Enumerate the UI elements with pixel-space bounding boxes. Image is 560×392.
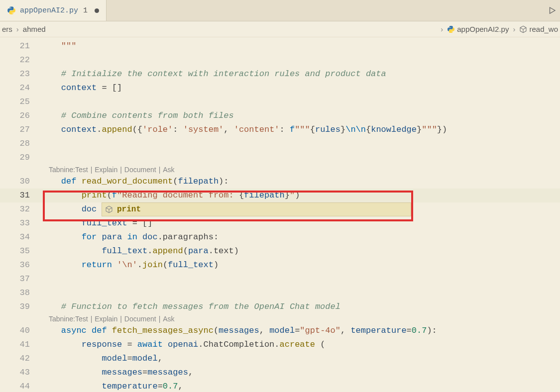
codelens-action[interactable]: Document	[124, 314, 156, 324]
line-number: 28	[0, 137, 41, 151]
line-number: 34	[0, 230, 41, 244]
code-line[interactable]: 31 print(f"Reading document from: {filep…	[0, 189, 560, 202]
codelens-action[interactable]: Ask	[163, 314, 174, 324]
line-number: 26	[0, 109, 41, 123]
code-line[interactable]: 26 # Combine contents from both files	[0, 109, 560, 123]
tab-filename: appOpenAI2.py	[20, 6, 78, 15]
code-line[interactable]: 27 context.append({'role': 'system', 'co…	[0, 123, 560, 137]
code-line[interactable]: 33 full_text = []	[0, 216, 560, 230]
line-number: 37	[0, 272, 41, 286]
line-number: 23	[0, 67, 41, 81]
line-number: 31	[0, 189, 41, 202]
chevron-right-icon: ›	[439, 25, 445, 33]
code-content[interactable]: def read_word_document(filepath):	[41, 175, 229, 189]
code-content[interactable]: context = []	[41, 81, 122, 95]
code-line[interactable]: 36 return '\n'.join(full_text)	[0, 258, 560, 272]
symbol-icon	[105, 205, 113, 213]
codelens-action[interactable]: Test	[75, 165, 88, 175]
breadcrumb-path[interactable]: ers › ahmed	[2, 25, 46, 33]
code-editor[interactable]: 21 """2223 # Initialize the context with…	[0, 37, 560, 392]
code-line[interactable]: 24 context = []	[0, 81, 560, 95]
tab-bar: appOpenAI2.py 1	[0, 0, 560, 21]
line-number: 21	[0, 39, 41, 53]
python-icon	[7, 6, 16, 15]
autocomplete-popup[interactable]: print	[102, 202, 411, 216]
codelens-actions[interactable]: Tabnine: Test|Explain|Document|Ask	[41, 314, 175, 324]
suggestion-label[interactable]: print	[117, 205, 141, 214]
breadcrumb-symbol[interactable]: read_wo	[529, 25, 558, 33]
breadcrumb-bar: ers › ahmed › appOpenAI2.py › read_wo	[0, 21, 560, 37]
breadcrumb-item[interactable]: ers	[2, 25, 12, 33]
code-line[interactable]: 35 full_text.append(para.text)	[0, 244, 560, 258]
line-number: 44	[0, 380, 41, 392]
code-content[interactable]: return '\n'.join(full_text)	[41, 258, 219, 272]
line-number: 29	[0, 151, 41, 165]
codelens-action[interactable]: Ask	[163, 165, 174, 175]
code-content[interactable]: messages=messages,	[41, 366, 193, 380]
code-line[interactable]: 23 # Initialize the context with interac…	[0, 67, 560, 81]
line-number: 42	[0, 352, 41, 366]
code-line[interactable]: 40 async def fetch_messages_async(messag…	[0, 324, 560, 338]
code-content[interactable]: full_text.append(para.text)	[41, 244, 239, 258]
code-line[interactable]: 22	[0, 53, 560, 67]
code-line[interactable]: 34 for para in doc.paragraphs:	[0, 230, 560, 244]
line-number: 39	[0, 300, 41, 314]
breadcrumb-file[interactable]: appOpenAI2.py	[457, 25, 509, 33]
line-number: 22	[0, 53, 41, 67]
code-line[interactable]: 43 messages=messages,	[0, 366, 560, 380]
code-content[interactable]: full_text = []	[41, 216, 152, 230]
codelens-actions[interactable]: Tabnine: Test|Explain|Document|Ask	[41, 165, 175, 175]
code-line[interactable]: 21 """	[0, 39, 560, 53]
code-line[interactable]: 37	[0, 272, 560, 286]
run-button[interactable]	[546, 6, 558, 15]
breadcrumb-item[interactable]: ahmed	[23, 25, 46, 33]
chevron-right-icon: ›	[511, 25, 517, 33]
code-line[interactable]: 25	[0, 95, 560, 109]
code-line[interactable]: 42 model=model,	[0, 352, 560, 366]
code-content[interactable]: # Combine contents from both files	[41, 109, 234, 123]
line-number: 30	[0, 175, 41, 189]
code-content[interactable]: print(f"Reading document from: {filepath…	[41, 189, 300, 202]
line-number: 24	[0, 81, 41, 95]
line-number: 43	[0, 366, 41, 380]
code-content[interactable]: response = await openai.ChatCompletion.a…	[41, 338, 325, 352]
dirty-indicator-icon	[95, 8, 99, 13]
line-number: 25	[0, 95, 41, 109]
line-number: 41	[0, 338, 41, 352]
editor-tab[interactable]: appOpenAI2.py 1	[0, 0, 107, 21]
line-number: 33	[0, 216, 41, 230]
line-number: 27	[0, 123, 41, 137]
code-content[interactable]: for para in doc.paragraphs:	[41, 230, 219, 244]
tab-modified-count: 1	[83, 6, 88, 15]
code-content[interactable]: async def fetch_messages_async(messages,…	[41, 324, 437, 338]
line-number: 36	[0, 258, 41, 272]
code-content[interactable]: temperature=0.7,	[41, 380, 183, 392]
codelens-action[interactable]: Explain	[95, 314, 117, 324]
line-number: 32	[0, 202, 41, 216]
codelens-action[interactable]: Document	[124, 165, 156, 175]
code-content[interactable]: model=model,	[41, 352, 163, 366]
code-content[interactable]: # Initialize the context with interactio…	[41, 67, 386, 81]
code-line[interactable]: 38	[0, 286, 560, 300]
code-content[interactable]: # Function to fetch messages from the Op…	[41, 300, 340, 314]
code-line[interactable]: 32 doc = print	[0, 202, 560, 216]
code-line[interactable]: 30 def read_word_document(filepath):	[0, 175, 560, 189]
code-content[interactable]: context.append({'role': 'system', 'conte…	[41, 123, 447, 137]
code-line[interactable]: 29	[0, 151, 560, 165]
code-line[interactable]: 41 response = await openai.ChatCompletio…	[0, 338, 560, 352]
codelens-action[interactable]: Test	[75, 314, 88, 324]
line-number: 35	[0, 244, 41, 258]
symbol-icon	[519, 25, 527, 33]
line-number: 38	[0, 286, 41, 300]
breadcrumb-symbol-path[interactable]: › appOpenAI2.py › read_wo	[439, 25, 558, 33]
code-line[interactable]: 28	[0, 137, 560, 151]
code-content[interactable]: """	[41, 39, 76, 53]
python-icon	[447, 25, 455, 33]
codelens-action[interactable]: Explain	[95, 165, 117, 175]
line-number: 40	[0, 324, 41, 338]
code-line[interactable]: 39 # Function to fetch messages from the…	[0, 300, 560, 314]
chevron-right-icon: ›	[14, 25, 21, 33]
code-line[interactable]: 44 temperature=0.7,	[0, 380, 560, 392]
